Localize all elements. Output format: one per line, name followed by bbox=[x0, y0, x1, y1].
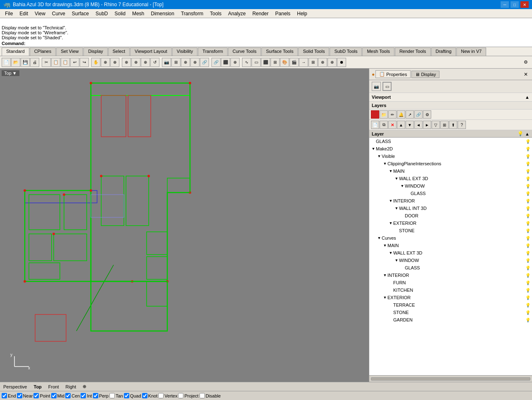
snap-checkbox-near[interactable] bbox=[17, 393, 22, 398]
tab-properties[interactable]: 📋 Properties bbox=[375, 70, 411, 78]
layer-item-11[interactable]: ▼EXTERIOR💡 bbox=[369, 219, 532, 227]
layer-item-15[interactable]: ▼WALL EXT 3D💡 bbox=[369, 249, 532, 257]
layer-item-22[interactable]: TERRACE💡 bbox=[369, 301, 532, 309]
layer-folder-btn[interactable]: 📁 bbox=[380, 110, 388, 119]
menu-item-file[interactable]: File bbox=[2, 10, 16, 17]
layer-export-btn[interactable]: ⬆ bbox=[449, 121, 457, 129]
snap-checkbox-knot[interactable] bbox=[142, 393, 147, 398]
toolbar-icon-1[interactable]: 📂 bbox=[11, 58, 20, 67]
layer-expand-15[interactable]: ▼ bbox=[388, 251, 393, 255]
layer-filter-btn[interactable]: ▽ bbox=[432, 121, 440, 129]
snap-checkbox-end[interactable] bbox=[2, 393, 7, 398]
layer-up-btn[interactable]: ▲ bbox=[397, 121, 405, 129]
panel-close-button[interactable]: ✕ bbox=[522, 71, 530, 77]
layer-bulb-15[interactable]: 💡 bbox=[525, 251, 530, 255]
toolbar-icon-2[interactable]: 💾 bbox=[21, 58, 30, 67]
camera-icon-btn[interactable]: 📷 bbox=[372, 82, 381, 91]
toolbar-tab-select[interactable]: Select bbox=[108, 48, 130, 56]
snap-checkbox-int[interactable] bbox=[81, 393, 86, 398]
layer-bell-btn[interactable]: 🔔 bbox=[397, 110, 405, 119]
viewport-tab-right[interactable]: Right bbox=[64, 384, 78, 390]
layer-bulb-2[interactable]: 💡 bbox=[525, 154, 530, 159]
layer-item-10[interactable]: DOOR💡 bbox=[369, 212, 532, 219]
menu-item-surface[interactable]: Surface bbox=[69, 10, 92, 17]
layer-tree[interactable]: GLASS💡 ▼Make2D💡 ▼Visible💡 ▼ClippingPlane… bbox=[369, 138, 532, 375]
layer-bulb-13[interactable]: 💡 bbox=[525, 236, 530, 240]
toolbar-tab-drafting[interactable]: Drafting bbox=[431, 48, 456, 56]
menu-item-analyze[interactable]: Analyze bbox=[225, 10, 249, 17]
panel-hscroll[interactable] bbox=[369, 375, 532, 382]
layer-item-20[interactable]: KITCHEN💡 bbox=[369, 286, 532, 294]
layer-expand-4[interactable]: ▼ bbox=[388, 169, 393, 173]
layer-bulb-19[interactable]: 💡 bbox=[525, 281, 530, 285]
layer-down-btn[interactable]: ▼ bbox=[406, 121, 414, 129]
toolbar-icon-11[interactable]: ⊕ bbox=[110, 58, 119, 67]
layer-expand-13[interactable]: ▼ bbox=[377, 236, 382, 240]
layer-item-16[interactable]: ▼WINDOW💡 bbox=[369, 257, 532, 264]
layer-item-7[interactable]: GLASS💡 bbox=[369, 190, 532, 197]
toolbar-icon-17[interactable]: ⊞ bbox=[171, 58, 180, 67]
layer-item-8[interactable]: ▼INTERIOR💡 bbox=[369, 197, 532, 205]
layer-item-24[interactable]: GARDEN💡 bbox=[369, 316, 532, 324]
layer-bulb-21[interactable]: 💡 bbox=[525, 295, 530, 300]
snap-checkbox-vertex[interactable] bbox=[158, 393, 164, 398]
layer-expand-21[interactable]: ▼ bbox=[382, 295, 387, 300]
panel-scroll-up2[interactable]: ▲ bbox=[525, 131, 530, 136]
layer-expand-3[interactable]: ▼ bbox=[382, 162, 387, 166]
layer-new-btn[interactable]: 📄 bbox=[371, 121, 379, 129]
menu-item-mesh[interactable]: Mesh bbox=[129, 10, 147, 17]
layer-bulb-8[interactable]: 💡 bbox=[525, 199, 530, 203]
layer-item-18[interactable]: ▼INTERIOR💡 bbox=[369, 271, 532, 279]
layer-item-5[interactable]: ▼WALL EXT 3D💡 bbox=[369, 175, 532, 182]
menu-item-solid[interactable]: Solid bbox=[111, 10, 129, 17]
snap-checkbox-perp[interactable] bbox=[93, 393, 98, 398]
snap-checkbox-point[interactable] bbox=[33, 393, 39, 398]
toolbar-tab-subd-tools[interactable]: SubD Tools bbox=[330, 48, 362, 56]
layer-expand-16[interactable]: ▼ bbox=[394, 258, 399, 262]
toolbar-tab-set-view[interactable]: Set View bbox=[56, 48, 83, 56]
layer-expand-9[interactable]: ▼ bbox=[394, 206, 399, 210]
close-button[interactable]: ✕ bbox=[520, 1, 529, 8]
layer-item-12[interactable]: STONE💡 bbox=[369, 227, 532, 234]
snap-checkbox-project[interactable] bbox=[178, 393, 183, 398]
toolbar-icon-22[interactable]: ⬛ bbox=[221, 58, 230, 67]
layer-bulb-16[interactable]: 💡 bbox=[525, 258, 530, 263]
toolbar-icon-9[interactable]: ✋ bbox=[91, 58, 100, 67]
toolbar-icon-26[interactable]: ⬛ bbox=[261, 58, 270, 67]
toolbar-icon-20[interactable]: 🔗 bbox=[200, 58, 209, 67]
toolbar-tab-viewport-layout[interactable]: Viewport Layout bbox=[130, 48, 172, 56]
viewport-add-button[interactable]: ⊕ bbox=[81, 383, 88, 390]
layer-item-1[interactable]: ▼Make2D💡 bbox=[369, 145, 532, 152]
layer-delete-btn[interactable]: ✕ bbox=[388, 121, 397, 129]
toolbar-icon-29[interactable]: 🎬 bbox=[290, 58, 299, 67]
layer-bulb-17[interactable]: 💡 bbox=[525, 266, 530, 270]
layer-item-4[interactable]: ▼MAIN💡 bbox=[369, 167, 532, 175]
menu-item-help[interactable]: Help bbox=[294, 10, 311, 17]
layer-bulb-14[interactable]: 💡 bbox=[525, 243, 530, 248]
layer-item-14[interactable]: ▼MAIN💡 bbox=[369, 242, 532, 249]
toolbar-settings-button[interactable]: ⚙ bbox=[521, 58, 530, 67]
toolbar-tab-solid-tools[interactable]: Solid Tools bbox=[298, 48, 329, 56]
toolbar-tab-new-in-v7[interactable]: New in V7 bbox=[456, 48, 486, 56]
layer-item-19[interactable]: FURN💡 bbox=[369, 279, 532, 286]
layer-bulb-0[interactable]: 💡 bbox=[525, 139, 530, 144]
panel-scroll-up[interactable]: ▲ bbox=[525, 95, 530, 100]
toolbar-icon-15[interactable]: ↺ bbox=[150, 58, 159, 67]
layer-expand-1[interactable]: ▼ bbox=[371, 147, 376, 151]
toolbar-icon-5[interactable]: 📋 bbox=[51, 58, 60, 67]
toolbar-tab-display[interactable]: Display bbox=[83, 48, 107, 56]
toolbar-icon-23[interactable]: ⊕ bbox=[230, 58, 240, 67]
toolbar-icon-24[interactable]: ∿ bbox=[242, 58, 251, 67]
maximize-button[interactable]: □ bbox=[511, 1, 519, 8]
toolbar-tab-standard[interactable]: Standard bbox=[2, 48, 29, 56]
layer-expand-8[interactable]: ▼ bbox=[388, 199, 393, 203]
toolbar-icon-8[interactable]: ↪ bbox=[80, 58, 89, 67]
toolbar-icon-19[interactable]: ⊕ bbox=[190, 58, 200, 67]
layer-help-btn[interactable]: ? bbox=[458, 121, 466, 129]
toolbar-icon-0[interactable]: 📄 bbox=[2, 58, 11, 67]
toolbar-icon-14[interactable]: ⊕ bbox=[141, 58, 150, 67]
layer-link-btn[interactable]: 🔗 bbox=[414, 110, 423, 119]
layer-color-btn[interactable] bbox=[371, 110, 379, 119]
layer-bulb-6[interactable]: 💡 bbox=[525, 184, 530, 188]
layer-item-21[interactable]: ▼EXTERIOR💡 bbox=[369, 294, 532, 301]
